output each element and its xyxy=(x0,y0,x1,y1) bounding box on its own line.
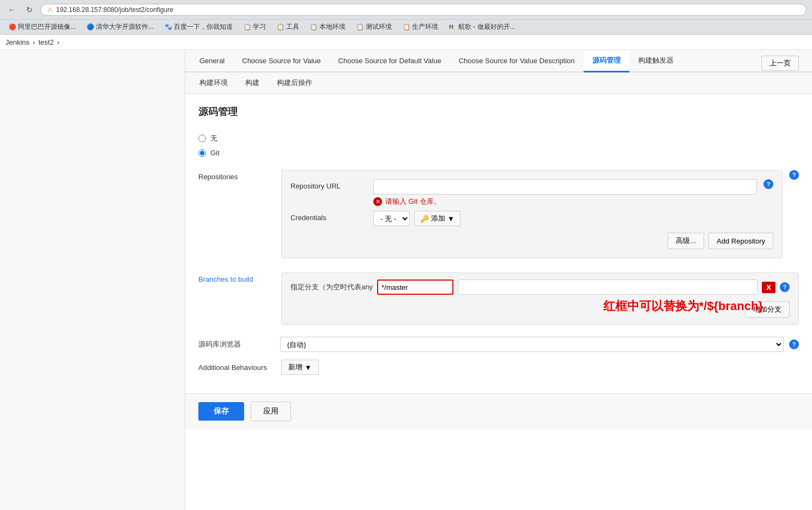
security-icon: ⚠ xyxy=(47,6,53,13)
bookmark-tsinghua[interactable]: 🔵 清华大学开源软件... xyxy=(82,21,158,33)
prev-page-button[interactable]: 上一页 xyxy=(761,56,799,71)
tab-build-env[interactable]: 构建环境 xyxy=(191,72,237,95)
reload-button[interactable]: ↻ xyxy=(23,3,36,16)
bookmark-test-env[interactable]: 📋 测试环境 xyxy=(352,21,396,33)
branches-row: 指定分支（为空时代表any X ? xyxy=(290,280,790,295)
tabs-row2: 构建环境 构建 构建后操作 xyxy=(185,72,812,94)
alibaba-icon: 🔴 xyxy=(9,23,16,31)
apply-button[interactable]: 应用 xyxy=(251,402,291,421)
tab-build[interactable]: 构建 xyxy=(237,72,268,95)
branch-rest-input[interactable] xyxy=(458,280,758,295)
branch-specifier-input[interactable] xyxy=(377,280,453,295)
scm-radio-group: 无 Git xyxy=(198,133,799,157)
scm-section: 源码管理 无 Git Repositories xyxy=(185,94,812,393)
add-branch-row: 增加分支 xyxy=(290,301,790,318)
error-circle-icon: ✕ xyxy=(373,197,382,206)
tab-source-management[interactable]: 源码管理 xyxy=(584,50,629,72)
back-button[interactable]: ← xyxy=(5,3,19,16)
add-credentials-button[interactable]: 🔑 添加 ▼ xyxy=(414,211,460,226)
bookmark-local-env[interactable]: 📋 本地环境 xyxy=(306,21,350,33)
baidu-icon: 🐾 xyxy=(165,23,172,31)
source-browser-help-icon[interactable]: ? xyxy=(789,339,799,349)
breadcrumb-sep2: › xyxy=(57,38,59,46)
repo-url-input[interactable] xyxy=(373,179,757,195)
credentials-dropdown[interactable]: - 无 - xyxy=(373,211,410,226)
repo-url-error: ✕ 请输入 Git 仓库。 xyxy=(373,197,773,207)
radio-git-label: Git xyxy=(210,149,220,157)
additional-behaviours-label: Additional Behaviours xyxy=(198,363,275,372)
bookmark-baidu[interactable]: 🐾 百度一下，你就知道 xyxy=(160,21,237,33)
tab-post-build[interactable]: 构建后操作 xyxy=(268,72,321,95)
breadcrumb: Jenkins › test2 › xyxy=(0,35,812,50)
branches-help-icon[interactable]: ? xyxy=(780,282,790,292)
bookmark-prod-env[interactable]: 📋 生产环境 xyxy=(398,21,443,33)
source-browser-row: 源码库浏览器 (自动) ? xyxy=(198,337,799,352)
local-env-icon: 📋 xyxy=(310,23,318,31)
tab-general[interactable]: General xyxy=(191,50,233,72)
additional-new-button[interactable]: 新增 ▼ xyxy=(281,360,319,375)
tab-build-trigger[interactable]: 构建触发器 xyxy=(629,50,682,72)
repositories-form-section: Repository URL ? ✕ 请输入 Git 仓库。 xyxy=(281,170,783,258)
repo-url-label: Repository URL xyxy=(290,179,367,190)
branches-block: Branches to build 指定分支（为空时代表any X ? xyxy=(198,272,799,331)
bookmark-tools[interactable]: 📋 工具 xyxy=(272,21,304,33)
save-button[interactable]: 保存 xyxy=(198,402,244,421)
tab-choose-source-default[interactable]: Choose Source for Default Value xyxy=(330,50,450,72)
bookmark-prod-env-label: 生产环境 xyxy=(412,22,438,32)
additional-new-label: 新增 xyxy=(288,362,302,372)
remove-branch-button[interactable]: X xyxy=(762,282,775,293)
radio-none[interactable] xyxy=(198,135,206,142)
branch-specifier-label: 指定分支（为空时代表any xyxy=(290,282,373,292)
hangge-icon: H xyxy=(449,23,457,31)
repositories-inner: Repository URL ? ✕ 请输入 Git 仓库。 xyxy=(281,170,783,267)
bookmark-test-env-label: 测试环境 xyxy=(366,22,392,32)
tab-choose-source-value[interactable]: Choose Source for Value xyxy=(233,50,329,72)
tsinghua-icon: 🔵 xyxy=(87,23,94,31)
dropdown-arrow-icon: ▼ xyxy=(447,215,455,223)
study-icon: 📋 xyxy=(244,23,251,31)
repositories-label: Repositories xyxy=(198,170,275,181)
bottom-bar: 保存 应用 xyxy=(185,393,812,429)
bookmark-alibaba[interactable]: 🔴 阿里巴巴开源镜像... xyxy=(4,21,80,33)
advanced-button[interactable]: 高级... xyxy=(668,233,704,249)
repositories-block: Repositories Repository URL ? ✕ xyxy=(198,170,799,267)
breadcrumb-jenkins[interactable]: Jenkins xyxy=(5,38,29,46)
repo-url-help-icon[interactable]: ? xyxy=(763,179,773,189)
tabs-row1: General Choose Source for Value Choose S… xyxy=(185,50,812,72)
address-text: 192.168.28.157:8080/job/test2/configure xyxy=(56,6,173,14)
source-browser-dropdown[interactable]: (自动) xyxy=(280,337,784,352)
source-browser-label: 源码库浏览器 xyxy=(198,339,275,349)
radio-none-item[interactable]: 无 xyxy=(198,133,799,143)
radio-git[interactable] xyxy=(198,149,206,157)
radio-git-item[interactable]: Git xyxy=(198,149,799,157)
add-btn-label: 添加 xyxy=(431,214,445,223)
branches-inner: 指定分支（为空时代表any X ? 增加分支 xyxy=(281,272,799,331)
bookmark-alibaba-label: 阿里巴巴开源镜像... xyxy=(18,22,76,32)
main-content: General Choose Source for Value Choose S… xyxy=(185,50,812,510)
test-env-icon: 📋 xyxy=(356,23,364,31)
tab-choose-source-description[interactable]: Choose Source for Value Description xyxy=(450,50,584,72)
sidebar xyxy=(0,50,185,510)
breadcrumb-sep1: › xyxy=(33,38,35,46)
bookmark-hangge-label: 航歌 - 做最好的开... xyxy=(458,22,516,32)
address-bar[interactable]: ⚠ 192.168.28.157:8080/job/test2/configur… xyxy=(40,4,807,16)
repo-action-buttons: 高级... Add Repository xyxy=(290,233,773,249)
prod-env-icon: 📋 xyxy=(403,23,410,31)
bookmark-tools-label: 工具 xyxy=(286,22,299,32)
bookmark-hangge[interactable]: H 航歌 - 做最好的开... xyxy=(445,21,520,33)
branches-form-section: 指定分支（为空时代表any X ? 增加分支 xyxy=(281,272,799,325)
bookmark-baidu-label: 百度一下，你就知道 xyxy=(174,22,233,32)
additional-dropdown-icon: ▼ xyxy=(305,363,312,372)
repositories-help-icon[interactable]: ? xyxy=(789,170,799,180)
credentials-controls: - 无 - 🔑 添加 ▼ xyxy=(373,211,460,226)
repo-url-row: Repository URL ? xyxy=(290,179,773,195)
browser-bar: ← ↻ ⚠ 192.168.28.157:8080/job/test2/conf… xyxy=(0,0,812,20)
section-title: 源码管理 xyxy=(198,105,799,123)
bookmark-study-label: 学习 xyxy=(253,22,266,32)
add-branch-button[interactable]: 增加分支 xyxy=(745,301,790,318)
bookmark-study[interactable]: 📋 学习 xyxy=(239,21,270,33)
add-repository-button[interactable]: Add Repository xyxy=(708,233,773,249)
additional-behaviours-row: Additional Behaviours 新增 ▼ xyxy=(198,360,799,375)
breadcrumb-test2[interactable]: test2 xyxy=(38,38,53,46)
key-icon: 🔑 xyxy=(420,215,429,223)
